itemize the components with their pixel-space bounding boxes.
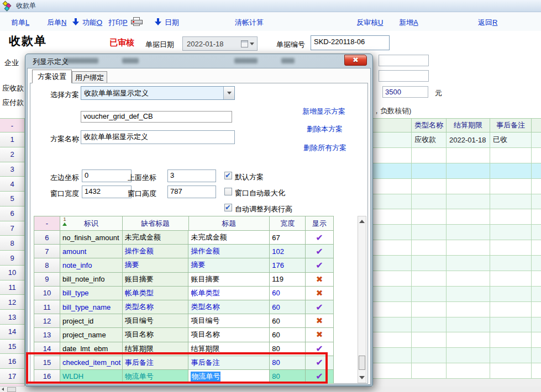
bg-grid-cell[interactable] bbox=[532, 287, 541, 301]
grid-cell-width[interactable]: 60 bbox=[270, 300, 306, 314]
grid-row[interactable]: 8note_info摘要摘要176✔ bbox=[34, 258, 334, 272]
scheme-code-field[interactable]: voucher_grid_def_CB bbox=[81, 111, 232, 123]
tab-user-binding[interactable]: 用户绑定 bbox=[72, 71, 107, 83]
col-title-header[interactable]: 标题 bbox=[189, 216, 270, 231]
bg-grid-cell[interactable] bbox=[412, 317, 447, 332]
bg-grid-row[interactable] bbox=[373, 148, 541, 163]
bg-grid-cell[interactable] bbox=[373, 209, 412, 224]
row-number-cell[interactable]: 6 bbox=[0, 206, 25, 221]
bg-grid-cell[interactable] bbox=[447, 271, 490, 286]
bg-input-1[interactable] bbox=[379, 55, 429, 66]
left-coord-field[interactable]: 0 bbox=[82, 169, 132, 182]
bg-grid-cell[interactable] bbox=[532, 240, 541, 255]
col-settle-limit-header[interactable]: 结算期限 bbox=[447, 119, 490, 132]
bg-grid-cell[interactable] bbox=[490, 256, 532, 271]
bg-grid-cell[interactable]: 2022-01-18 bbox=[447, 133, 490, 147]
return-button[interactable]: 返回R bbox=[478, 18, 497, 28]
bg-input-2[interactable] bbox=[379, 70, 429, 82]
bg-grid-cell[interactable] bbox=[412, 209, 447, 224]
unapprove-button[interactable]: 反审核U bbox=[356, 18, 383, 28]
row-number-cell[interactable]: 4 bbox=[0, 177, 25, 192]
grid-cell-id[interactable]: bill_note_info bbox=[60, 273, 123, 287]
bg-grid-cell[interactable] bbox=[490, 163, 532, 178]
bg-grid-cell[interactable] bbox=[412, 287, 447, 301]
grid-row-number[interactable]: 10 bbox=[34, 287, 60, 300]
bg-grid-cell[interactable] bbox=[447, 332, 490, 347]
grid-row[interactable]: 10bill_type帐单类型帐单类型60✖ bbox=[34, 287, 334, 300]
scroll-down-icon[interactable] bbox=[359, 376, 365, 379]
bg-grid-cell[interactable] bbox=[412, 225, 447, 240]
vertical-scrollbar[interactable] bbox=[358, 216, 366, 383]
delete-scheme-link[interactable]: 删除本方案 bbox=[307, 124, 343, 134]
row-number-cell[interactable]: 14 bbox=[0, 325, 25, 340]
col-show-header[interactable]: 显示 bbox=[306, 216, 334, 231]
col-after-note-header[interactable]: 事后备注 bbox=[490, 119, 532, 132]
grid-cell-show[interactable]: ✖ bbox=[306, 328, 334, 342]
grid-cell-title[interactable]: 摘要 bbox=[188, 258, 270, 272]
bg-grid-row[interactable] bbox=[373, 256, 541, 271]
bg-grid-cell[interactable] bbox=[373, 363, 412, 378]
bg-grid-cell[interactable] bbox=[532, 363, 541, 378]
horizontal-scrollbar[interactable] bbox=[0, 386, 25, 392]
bg-grid-cell[interactable] bbox=[373, 163, 412, 178]
bg-grid-cell[interactable] bbox=[532, 209, 541, 224]
bg-grid-cell[interactable] bbox=[412, 363, 447, 378]
grid-cell-default-title[interactable]: 项目编号 bbox=[123, 314, 189, 328]
row-number-cell[interactable]: 7 bbox=[0, 221, 25, 236]
bg-grid-cell[interactable] bbox=[373, 317, 412, 332]
prev-doc-button[interactable]: 前单L bbox=[11, 18, 29, 28]
grid-cell-id[interactable]: bill_type bbox=[60, 287, 123, 300]
bg-grid-cell[interactable] bbox=[447, 287, 490, 301]
grid-cell-title[interactable]: 项目编号 bbox=[188, 314, 270, 328]
scheme-select[interactable]: 收款单单据显示定义 bbox=[81, 86, 235, 100]
grid-cell-title[interactable]: 帐单类型 bbox=[188, 287, 270, 300]
bg-grid-cell[interactable] bbox=[490, 302, 532, 317]
grid-cell-id[interactable]: project_id bbox=[60, 314, 123, 328]
bg-grid-cell[interactable] bbox=[490, 225, 532, 240]
calendar-icon[interactable] bbox=[241, 40, 248, 47]
bg-grid-row[interactable] bbox=[373, 348, 541, 363]
grid-cell-title[interactable]: 操作金额 bbox=[188, 245, 270, 258]
bg-grid-cell[interactable] bbox=[490, 317, 532, 332]
vscroll-thumb[interactable] bbox=[359, 356, 365, 370]
grid-row[interactable]: 13project_name项目名称项目名称60✖ bbox=[34, 328, 334, 342]
grid-corner-header[interactable]: - bbox=[34, 216, 60, 231]
scroll-up-icon[interactable] bbox=[359, 220, 365, 223]
grid-row-number[interactable]: 9 bbox=[34, 273, 60, 287]
grid-cell-show[interactable]: ✖ bbox=[306, 287, 334, 300]
grid-cell-show[interactable]: ✔ bbox=[306, 300, 334, 314]
col-default-title-header[interactable]: 缺省标题 bbox=[123, 216, 189, 231]
grid-row-number[interactable]: 8 bbox=[34, 258, 60, 272]
combo-dropdown-button[interactable] bbox=[223, 87, 234, 99]
grid-cell-width[interactable]: 176 bbox=[270, 258, 306, 272]
bg-grid-cell[interactable] bbox=[373, 194, 412, 209]
bg-grid-cell[interactable] bbox=[490, 148, 532, 163]
row-number-cell[interactable]: 2 bbox=[0, 147, 25, 162]
bg-grid-cell[interactable] bbox=[447, 348, 490, 363]
row-number-cell[interactable]: 11 bbox=[0, 280, 25, 295]
bg-grid-cell[interactable] bbox=[373, 287, 412, 301]
next-doc-button[interactable]: 后单N bbox=[47, 18, 66, 28]
clear-account-calc-button[interactable]: 清帐计算 bbox=[235, 18, 264, 28]
bg-grid-cell[interactable] bbox=[532, 163, 541, 178]
bg-grid-cell[interactable] bbox=[412, 240, 447, 255]
row-number-cell[interactable]: 15 bbox=[0, 340, 25, 354]
row-number-cell[interactable]: 5 bbox=[0, 192, 25, 206]
grid-cell-default-title[interactable]: 帐单类型 bbox=[123, 287, 189, 300]
grid-row-number[interactable]: 13 bbox=[34, 328, 60, 342]
col-type-name-header[interactable]: 类型名称 bbox=[412, 119, 447, 132]
grid-row-number[interactable]: 6 bbox=[34, 231, 60, 245]
bg-grid-cell[interactable] bbox=[532, 317, 541, 332]
bg-grid-cell[interactable] bbox=[412, 163, 447, 178]
bg-grid-cell[interactable] bbox=[447, 148, 490, 163]
grid-cell-show[interactable]: ✔ bbox=[306, 258, 334, 272]
scheme-name-field[interactable]: 收款单单据显示定义 bbox=[81, 130, 235, 144]
bg-grid-row[interactable] bbox=[373, 317, 541, 333]
grid-cell-default-title[interactable]: 账目摘要 bbox=[123, 273, 189, 287]
date-dropdown-arrow-icon[interactable] bbox=[155, 18, 162, 25]
bg-grid-cell[interactable] bbox=[373, 271, 412, 286]
grid-cell-show[interactable]: ✖ bbox=[306, 273, 334, 287]
grid-cell-width[interactable]: 102 bbox=[270, 245, 306, 258]
bg-grid-cell[interactable] bbox=[412, 179, 447, 194]
bg-grid-cell[interactable] bbox=[490, 348, 532, 363]
